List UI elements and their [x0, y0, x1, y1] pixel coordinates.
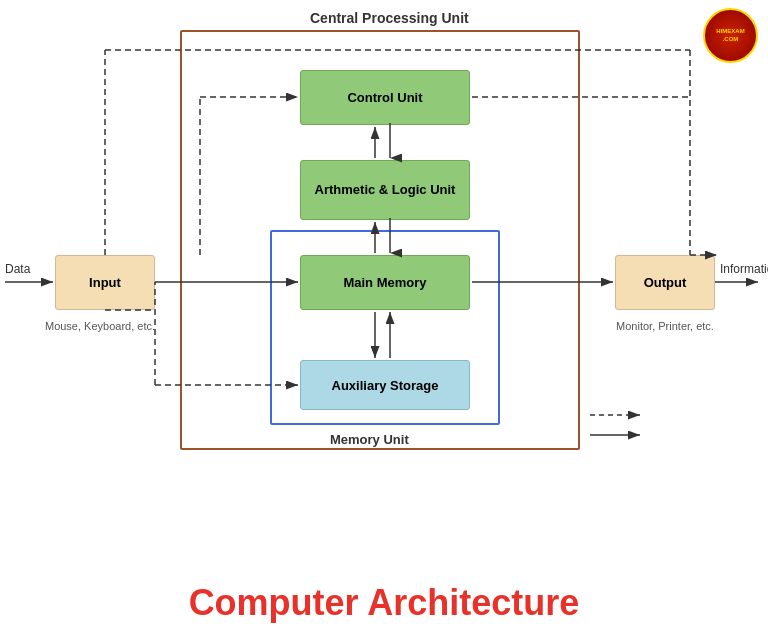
output-box: Output — [615, 255, 715, 310]
info-label: Information — [720, 262, 768, 276]
control-unit-box: Control Unit — [300, 70, 470, 125]
input-sublabel: Mouse, Keyboard, etc. — [35, 320, 165, 332]
input-box: Input — [55, 255, 155, 310]
memory-unit-label: Memory Unit — [330, 432, 409, 447]
data-label: Data — [5, 262, 30, 276]
cpu-label: Central Processing Unit — [310, 10, 469, 26]
diagram-area: Central Processing Unit Memory Unit Cont… — [0, 0, 768, 540]
aux-storage-box: Auxiliary Storage — [300, 360, 470, 410]
page-title: Computer Architecture — [0, 582, 768, 624]
alu-box: Arthmetic & Logic Unit — [300, 160, 470, 220]
output-sublabel: Monitor, Printer, etc. — [600, 320, 730, 332]
logo-text: HIMEXAM.COM — [716, 28, 744, 42]
main-memory-box: Main Memory — [300, 255, 470, 310]
logo: HIMEXAM.COM — [703, 8, 758, 63]
